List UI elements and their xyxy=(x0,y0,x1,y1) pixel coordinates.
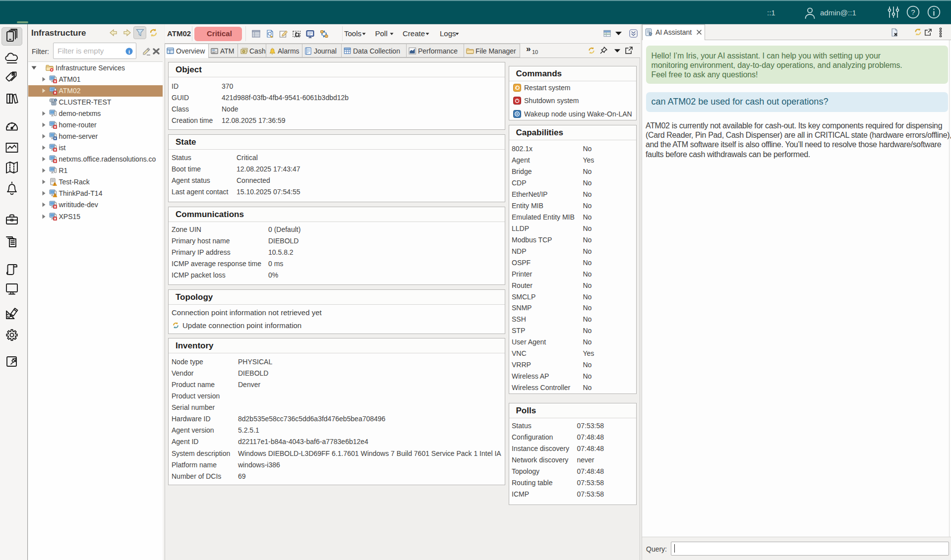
svg-text:?: ? xyxy=(911,8,915,16)
svg-text:i: i xyxy=(128,49,130,55)
